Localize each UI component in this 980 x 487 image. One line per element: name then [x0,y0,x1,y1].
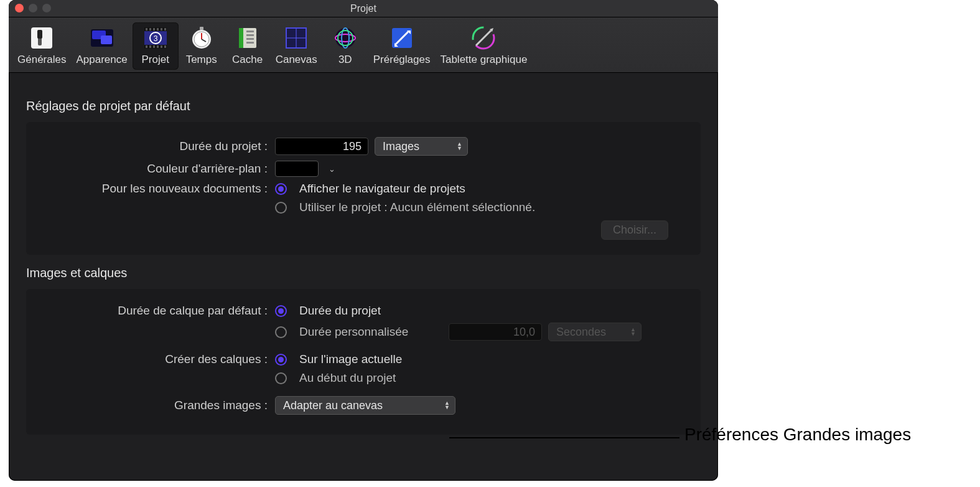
switch-icon [29,25,55,51]
svg-rect-7 [144,27,167,31]
project-duration-field[interactable]: 195 [275,138,368,155]
panel-project-defaults: Durée du projet : 195 Images ▲▼ Couleur … [26,122,701,255]
project-duration-unit-select[interactable]: Images ▲▼ [375,137,468,156]
svg-rect-10 [149,28,151,31]
svg-rect-31 [246,34,254,36]
titlebar: Projet [9,0,718,17]
tab-label: 3D [338,54,352,66]
pen-tablet-icon [470,25,497,51]
newdoc-label: Pour les nouveaux documents : [40,182,275,196]
content-area: Réglages de projet par défaut Durée du p… [9,73,718,450]
svg-rect-15 [146,45,147,48]
callout-text: Préférences Grandes images [684,425,911,445]
create-option2-label: Au début du projet [299,371,396,385]
svg-rect-8 [144,45,167,49]
svg-rect-32 [246,38,254,40]
svg-rect-33 [246,42,254,44]
newdoc-radio-useproject[interactable] [275,202,287,214]
custom-duration-unit-select: Secondes ▲▼ [548,323,642,341]
tab-label: Temps [186,54,217,66]
svg-rect-17 [153,45,155,48]
tab-3d[interactable]: 3D [322,22,368,70]
tab-presets[interactable]: Préréglages [368,22,436,70]
large-images-label: Grandes images : [40,399,275,412]
layerdur-option2-label: Durée personnalisée [299,325,442,339]
tab-label: Préréglages [373,54,431,66]
svg-rect-19 [161,45,162,48]
svg-rect-5 [101,35,112,44]
tab-label: Tablette graphique [440,54,527,66]
create-layers-label: Créer des calques : [40,352,275,366]
select-value: Adapter au canevas [283,399,383,412]
presets-icon [389,25,415,51]
tab-canvas[interactable]: Canevas [271,22,322,70]
layerdur-option1-label: Durée du projet [299,304,381,318]
svg-rect-9 [146,28,147,31]
svg-rect-11 [153,28,155,31]
svg-rect-20 [164,45,166,48]
create-option1-label: Sur l'image actuelle [299,352,402,366]
svg-rect-29 [239,28,243,48]
large-images-select[interactable]: Adapter au canevas ▲▼ [275,396,455,415]
preferences-toolbar: Générales Apparence 3 Projet Temps Cache [9,17,718,73]
bgcolor-well[interactable] [275,161,319,177]
svg-rect-16 [149,45,151,48]
zoom-window-button[interactable] [42,4,51,12]
bgcolor-label: Couleur d'arrière-plan : [40,162,275,176]
sphere-3d-icon [332,25,358,51]
layerdur-radio-project[interactable] [275,305,287,317]
tab-cache[interactable]: Cache [225,22,271,70]
create-radio-current[interactable] [275,354,287,366]
window-controls [15,4,51,12]
tab-project[interactable]: 3 Projet [133,22,179,70]
project-duration-value: 195 [343,140,362,153]
preferences-window: Projet Générales Apparence 3 Projet Temp… [9,0,718,481]
filmstrip-icon: 3 [142,25,169,51]
svg-rect-12 [157,28,159,31]
tab-label: Générales [17,54,66,66]
select-value: Secondes [556,326,606,339]
chevron-down-icon[interactable]: ⌄ [329,164,335,174]
newdoc-option2-label: Utiliser le projet : Aucun élément sélec… [299,201,535,214]
tab-label: Apparence [76,54,127,66]
tab-tablet[interactable]: Tablette graphique [435,22,532,70]
callout-line [449,437,679,438]
minimize-window-button[interactable] [29,4,37,12]
create-radio-start[interactable] [275,372,287,384]
svg-line-47 [476,31,491,45]
choose-project-button[interactable]: Choisir... [601,220,668,240]
project-duration-label: Durée du projet : [40,139,275,153]
tab-appearance[interactable]: Apparence [71,22,132,70]
tab-label: Canevas [276,54,317,66]
stopwatch-icon [189,25,215,51]
svg-rect-18 [157,45,159,48]
tab-general[interactable]: Générales [12,22,71,70]
svg-rect-30 [246,31,254,32]
tab-label: Projet [141,54,169,66]
custom-duration-value: 10,0 [513,326,535,339]
select-value: Images [383,140,419,153]
stepper-icon: ▲▼ [630,328,636,336]
svg-rect-25 [200,27,203,30]
newdoc-radio-browser[interactable] [275,183,287,195]
custom-duration-field: 10,0 [449,323,542,341]
svg-rect-13 [161,28,162,31]
panel-images-layers: Durée de calque par défaut : Durée du pr… [26,289,701,435]
layerdur-radio-custom[interactable] [275,326,287,338]
newdoc-option1-label: Afficher le navigateur de projets [299,182,465,196]
svg-rect-2 [37,30,42,39]
svg-text:3: 3 [153,34,157,43]
memory-icon [235,25,261,51]
appearance-icon [89,25,115,51]
canvas-icon [283,25,309,51]
stepper-icon: ▲▼ [457,142,462,151]
section-title-defaults: Réglages de projet par défaut [26,99,701,113]
tab-time[interactable]: Temps [179,22,225,70]
section-title-images: Images et calques [26,266,701,280]
close-window-button[interactable] [15,4,24,12]
stepper-icon: ▲▼ [444,401,450,410]
window-title: Projet [350,3,376,14]
svg-rect-14 [164,28,166,31]
tab-label: Cache [232,54,263,66]
layerdur-label: Durée de calque par défaut : [40,304,275,318]
